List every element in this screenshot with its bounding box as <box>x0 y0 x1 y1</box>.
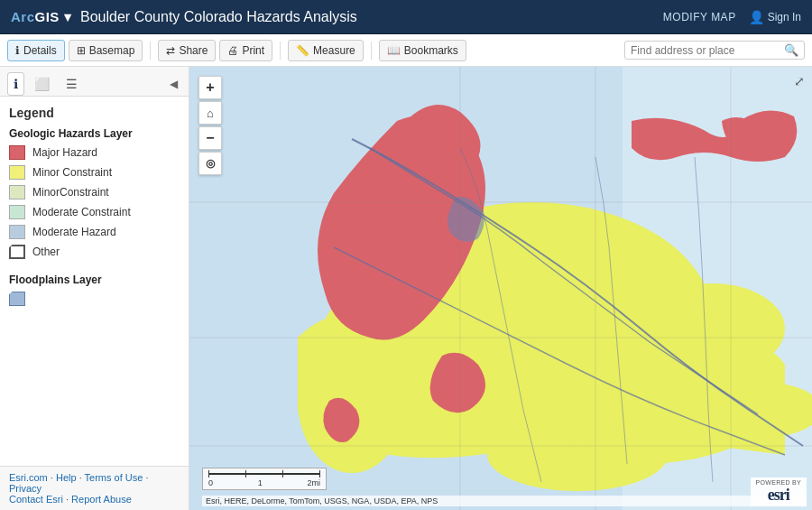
details-icon: ℹ <box>15 44 20 57</box>
scale-label: 0 <box>208 478 213 487</box>
arcgis-logo: ArcGIS ▾ <box>11 9 71 25</box>
locate-button[interactable]: ◎ <box>198 152 222 175</box>
major-hazard-swatch <box>9 145 25 160</box>
geologic-group-title: Geologic Hazards Layer <box>9 127 180 140</box>
sidebar-collapse-button[interactable]: ◀ <box>166 76 181 92</box>
scale-bar: 0 1 2mi <box>202 468 327 490</box>
minor-constraint2-label: MinorConstraint <box>32 186 109 199</box>
share-button[interactable]: ⇄ Share <box>158 40 216 61</box>
search-box[interactable]: 🔍 <box>624 41 805 60</box>
legend-item-other: Other <box>9 245 180 259</box>
contact-esri-link[interactable]: Contact Esri <box>9 494 63 505</box>
privacy-link[interactable]: Privacy <box>9 483 42 494</box>
bookmarks-button[interactable]: 📖 Bookmarks <box>379 40 466 61</box>
minor-constraint2-swatch <box>9 185 25 199</box>
search-input[interactable] <box>631 44 784 57</box>
map-container[interactable]: + ⌂ − ◎ 0 1 2mi Esri, HERE, DeLorme, <box>189 67 812 510</box>
legend-panel: Legend Geologic Hazards Layer Major Haza… <box>0 97 189 466</box>
legend-item-moderate-constraint: Moderate Constraint <box>9 205 180 219</box>
legend-gap <box>9 264 180 274</box>
measure-icon: 📏 <box>296 44 309 57</box>
basemap-icon: ⊞ <box>77 44 86 57</box>
home-button[interactable]: ⌂ <box>198 101 222 125</box>
sidebar-tabs: ℹ ⬜ ☰ ◀ <box>0 67 189 97</box>
app-header: ArcGIS ▾ Boulder County Colorado Hazards… <box>0 0 812 34</box>
esri-logo-area: POWERED BY esri <box>751 478 807 506</box>
esri-wordmark: esri <box>768 486 789 505</box>
basemap-button[interactable]: ⊞ Basemap <box>69 40 143 61</box>
powered-by-text: POWERED BY <box>756 479 801 486</box>
sidebar: ℹ ⬜ ☰ ◀ Legend Geologic Hazards Layer Ma… <box>0 67 189 510</box>
print-icon: 🖨 <box>227 44 238 57</box>
legend-title: Legend <box>9 106 180 120</box>
other-label: Other <box>32 246 60 258</box>
tab-info[interactable]: ℹ <box>7 72 24 96</box>
help-link[interactable]: Help <box>56 472 77 483</box>
zoom-in-button[interactable]: + <box>198 76 222 99</box>
measure-button[interactable]: 📏 Measure <box>288 40 364 61</box>
divider-3 <box>371 42 372 60</box>
report-abuse-link[interactable]: Report Abuse <box>71 494 132 505</box>
zoom-out-button[interactable]: − <box>198 126 222 150</box>
toolbar: ℹ Details ⊞ Basemap ⇄ Share 🖨 Print 📏 Me… <box>0 34 812 67</box>
user-icon: 👤 <box>749 10 764 24</box>
tab-content[interactable]: ⬜ <box>28 72 56 96</box>
modify-map-button[interactable]: MODIFY MAP <box>663 11 736 23</box>
legend-item-major-hazard: Major Hazard <box>9 145 180 160</box>
floodplains-group-title: Floodplains Layer <box>9 274 180 286</box>
moderate-hazard-label: Moderate Hazard <box>32 226 116 238</box>
divider-2 <box>280 42 281 60</box>
sign-in-button[interactable]: 👤 Sign In <box>749 10 801 24</box>
minor-constraint-swatch <box>9 165 25 180</box>
search-icon: 🔍 <box>784 43 798 57</box>
moderate-constraint-swatch <box>9 205 25 219</box>
details-button[interactable]: ℹ Details <box>7 40 65 61</box>
legend-item-moderate-hazard: Moderate Hazard <box>9 225 180 239</box>
major-hazard-label: Major Hazard <box>32 146 97 159</box>
terms-link[interactable]: Terms of Use <box>85 472 143 483</box>
legend-item-floodplain <box>9 292 180 306</box>
minor-constraint-label: Minor Constraint <box>32 166 112 179</box>
floodplain-swatch <box>9 292 25 306</box>
map-expand-button[interactable]: ⤢ <box>794 74 805 88</box>
esri-com-link[interactable]: Esri.com <box>9 472 48 483</box>
main-layout: ℹ ⬜ ☰ ◀ Legend Geologic Hazards Layer Ma… <box>0 67 812 510</box>
share-icon: ⇄ <box>166 44 175 57</box>
scale-end-label: 2mi <box>307 478 320 487</box>
legend-item-minor-constraint2: MinorConstraint <box>9 185 180 199</box>
sidebar-footer: Esri.com · Help · Terms of Use · Privacy… <box>0 466 189 510</box>
legend-item-minor-constraint: Minor Constraint <box>9 165 180 180</box>
tab-list[interactable]: ☰ <box>60 72 84 96</box>
moderate-hazard-swatch <box>9 225 25 239</box>
other-swatch <box>9 245 25 259</box>
scale-mid-label: 1 <box>258 478 263 487</box>
moderate-constraint-label: Moderate Constraint <box>32 206 131 218</box>
divider-1 <box>150 42 151 60</box>
bookmarks-icon: 📖 <box>387 44 401 57</box>
map-svg <box>189 67 812 510</box>
header-actions: MODIFY MAP 👤 Sign In <box>663 10 801 24</box>
attribution-text: Esri, HERE, DeLorme, TomTom, USGS, NGA, … <box>202 496 807 506</box>
page-title: Boulder County Colorado Hazards Analysis <box>80 9 663 25</box>
map-controls: + ⌂ − ◎ <box>198 76 222 175</box>
print-button[interactable]: 🖨 Print <box>219 40 272 61</box>
